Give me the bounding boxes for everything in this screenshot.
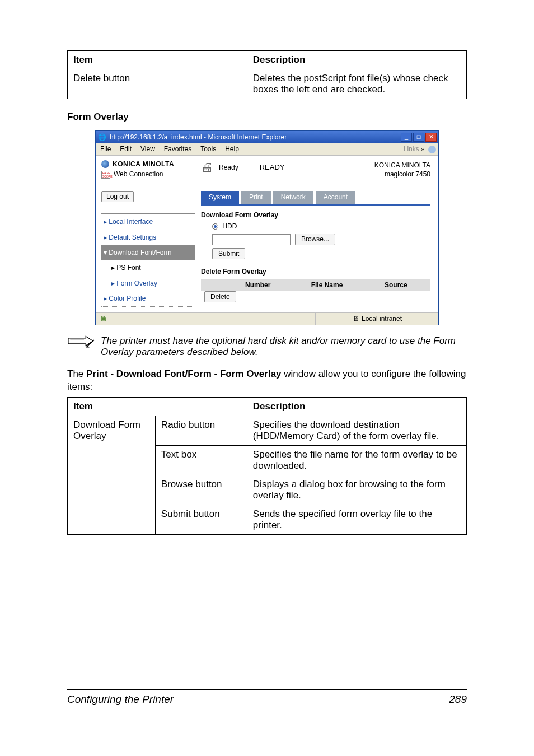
page-footer: Configuring the Printer 289 (67, 689, 467, 706)
desc-cell: Displays a dialog box for browsing to th… (247, 475, 466, 505)
done-icon: 🗎 (100, 314, 107, 324)
delete-button[interactable]: Delete (204, 291, 236, 302)
download-form-overlay-heading: Download Form Overlay (201, 211, 430, 219)
window-title: http://192.168.1.2/a_index.html - Micros… (106, 133, 401, 141)
menu-edit[interactable]: Edit (115, 145, 136, 153)
ready-status: READY (260, 163, 285, 172)
nav-default-settings[interactable]: ▸ Default Settings (101, 230, 195, 245)
submit-button[interactable]: Submit (212, 248, 245, 259)
tab-system[interactable]: System (201, 191, 239, 203)
links-label: Links » (404, 145, 438, 153)
zone-icon: 🖥 (353, 315, 359, 323)
links-globe-icon (428, 146, 436, 153)
file-path-input[interactable] (212, 234, 291, 245)
embedded-screenshot: 🌐 http://192.168.1.2/a_index.html - Micr… (95, 130, 439, 325)
logout-button[interactable]: Log out (101, 191, 134, 202)
desc-cell: Specifies the download destination (HDD/… (247, 416, 466, 445)
tab-print[interactable]: Print (241, 191, 271, 203)
col-desc-head: Description (247, 397, 466, 416)
col-desc-head: Description (247, 51, 466, 69)
note-block: The printer must have the optional hard … (67, 335, 467, 358)
delete-table-header: Number File Name Source (201, 279, 430, 291)
table-row: Download Form Overlay Radio button Speci… (68, 416, 467, 445)
section-heading-form-overlay: Form Overlay (67, 111, 467, 123)
group-cell: Download Form Overlay (68, 416, 156, 534)
brand-text: KONICA MINOLTA (113, 160, 174, 168)
browser-statusbar: 🗎 🖥 Local intranet (96, 312, 438, 325)
desc-cell: Sends the specified form overlay file to… (247, 505, 466, 534)
maximize-button[interactable]: □ (413, 133, 424, 142)
nav-color-profile[interactable]: ▸ Color Profile (101, 291, 195, 306)
desc-cell: Specifies the file name for the form ove… (247, 445, 466, 475)
footer-title: Configuring the Printer (67, 693, 174, 706)
subitem-cell: Submit button (155, 505, 247, 534)
subitem-cell: Browse button (155, 475, 247, 505)
col-item-head: Item (68, 51, 247, 69)
menu-tools[interactable]: Tools (196, 145, 221, 153)
intro-paragraph: The Print - Download Font/Form - Form Ov… (67, 368, 467, 394)
tab-account[interactable]: Account (316, 191, 355, 203)
delete-form-overlay-heading: Delete Form Overlay (201, 268, 430, 276)
table-row: Delete button Deletes the postScript fon… (68, 69, 467, 99)
web-connection-row: Web Connection (101, 170, 195, 178)
chevron-right-icon: » (421, 146, 424, 152)
browser-menubar: File Edit View Favorites Tools Help Link… (96, 143, 438, 156)
window-titlebar: 🌐 http://192.168.1.2/a_index.html - Micr… (96, 131, 438, 143)
tab-network[interactable]: Network (273, 191, 313, 203)
web-connection-label: Web Connection (114, 170, 163, 178)
col-item-head: Item (68, 397, 247, 416)
printer-icon: 🖨 (201, 160, 213, 175)
nav-local-interface[interactable]: ▸ Local Interface (101, 214, 195, 230)
tab-underline (201, 204, 430, 206)
close-button[interactable]: ✕ (425, 133, 437, 142)
nav-ps-font[interactable]: ▸ PS Font (101, 260, 195, 276)
left-nav: ▸ Local Interface ▸ Default Settings ▾ D… (101, 213, 195, 306)
subitem-cell: Radio button (155, 416, 247, 445)
browse-button[interactable]: Browse... (295, 234, 335, 245)
nav-form-overlay[interactable]: ▸ Form Overlay (101, 276, 195, 291)
subitem-cell: Text box (155, 445, 247, 475)
menu-help[interactable]: Help (221, 145, 243, 153)
radio-selected-icon (212, 223, 218, 230)
pagescope-icon (101, 171, 110, 179)
cell-item: Delete button (68, 69, 247, 99)
hdd-radio[interactable]: HDD (212, 222, 430, 230)
nav-download-font-form[interactable]: ▾ Download Font/Form (101, 245, 195, 260)
menu-favorites[interactable]: Favorites (160, 145, 196, 153)
minimize-button[interactable]: _ (401, 133, 412, 142)
form-overlay-params-table: Item Description Download Form Overlay R… (67, 397, 467, 535)
note-icon (67, 335, 95, 353)
menu-view[interactable]: View (136, 145, 160, 153)
ie-icon: 🌐 (96, 133, 106, 141)
ready-label: Ready (219, 164, 238, 171)
menu-file[interactable]: File (96, 145, 115, 153)
brand-row: KONICA MINOLTA (101, 160, 195, 168)
cell-desc: Deletes the postScript font file(s) whos… (247, 69, 466, 99)
model-info: KONICA MINOLTA magicolor 7450 (374, 160, 430, 179)
footer-page-number: 289 (449, 693, 467, 706)
delete-button-table: Item Description Delete button Deletes t… (67, 50, 467, 99)
zone-label: Local intranet (362, 315, 402, 323)
konica-logo-icon (101, 160, 109, 168)
note-text: The printer must have the optional hard … (101, 335, 467, 358)
